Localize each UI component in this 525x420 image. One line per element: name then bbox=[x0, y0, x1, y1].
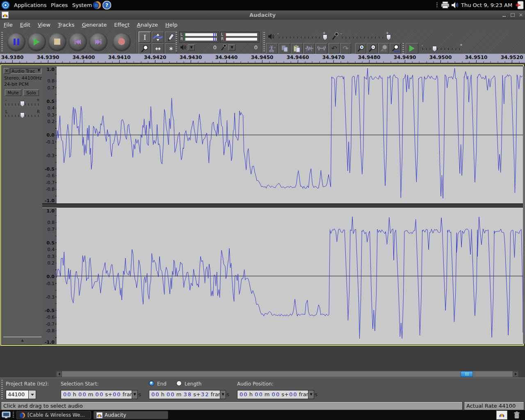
distro-logo-icon[interactable] bbox=[1, 1, 10, 9]
minimize-button[interactable] bbox=[501, 12, 507, 18]
input-device-dropdown[interactable]: ▼ bbox=[228, 44, 235, 50]
pan-slider[interactable]: L R bbox=[5, 110, 41, 120]
output-device-dropdown[interactable]: ▼ bbox=[188, 44, 195, 50]
field-dropdown-icon[interactable]: ▼ bbox=[308, 390, 314, 399]
track-close-button[interactable]: × bbox=[4, 68, 9, 74]
play-button[interactable] bbox=[27, 32, 46, 51]
pan-thumb[interactable] bbox=[20, 112, 25, 118]
vertical-scrollbar[interactable] bbox=[523, 66, 525, 344]
pause-button[interactable] bbox=[7, 32, 25, 51]
copy-button[interactable] bbox=[278, 43, 290, 54]
waveform-ch1[interactable] bbox=[57, 66, 523, 203]
vertical-ruler-ch2[interactable]: 1.00.80.70.50.40.30.20.0-0.1-0.3-0.5-0.6… bbox=[42, 208, 57, 345]
transport-toolbar-grip[interactable] bbox=[1, 32, 3, 52]
menu-view[interactable]: View bbox=[34, 20, 54, 30]
zoom-tool-button[interactable] bbox=[139, 43, 151, 54]
transcription-toolbar-grip[interactable] bbox=[402, 43, 404, 54]
playback-speed-slider[interactable]: - + bbox=[422, 44, 463, 54]
meter-toolbar-grip[interactable] bbox=[176, 32, 177, 52]
skip-to-end-button[interactable] bbox=[89, 32, 107, 51]
stop-button[interactable] bbox=[48, 32, 66, 51]
track-collapse-button[interactable]: ▲ bbox=[3, 337, 41, 344]
panel-grip[interactable] bbox=[436, 2, 438, 8]
input-meter[interactable]: L R bbox=[220, 32, 260, 43]
envelope-tool-button[interactable] bbox=[152, 32, 164, 43]
timeshift-tool-button[interactable]: ↔ bbox=[152, 43, 164, 54]
output-volume-thumb[interactable] bbox=[323, 34, 327, 40]
audio-position-field[interactable]: 00 h 00 m 00 s+00 frames ▼ bbox=[237, 390, 314, 399]
gain-slider[interactable]: - + bbox=[5, 98, 41, 108]
menu-tracks[interactable]: Tracks bbox=[54, 20, 78, 30]
output-meter[interactable]: L R bbox=[179, 32, 219, 43]
logout-icon[interactable] bbox=[515, 1, 524, 9]
scroll-left-arrow[interactable] bbox=[56, 371, 62, 377]
field-dropdown-icon[interactable]: ▼ bbox=[220, 390, 226, 399]
task-firefox[interactable]: [Cable & Wireless We... bbox=[16, 411, 91, 419]
zoom-to-selection-button[interactable] bbox=[390, 43, 401, 54]
titlebar[interactable]: Audacity ✕ bbox=[0, 11, 525, 20]
silence-button[interactable] bbox=[315, 43, 327, 54]
timeline-ruler[interactable]: 34.938034.939034.940034.941034.942034.94… bbox=[0, 54, 525, 63]
output-volume-slider[interactable]: - + bbox=[277, 31, 330, 42]
input-volume-slider[interactable]: - + bbox=[340, 31, 393, 42]
input-meter-left-label: L bbox=[221, 32, 223, 37]
selection-end-field[interactable]: 00 h 00 m 38 s+32 frames ▼ bbox=[149, 390, 226, 399]
menu-help[interactable]: Help bbox=[162, 20, 181, 30]
menu-applications[interactable]: Applications bbox=[11, 0, 49, 10]
cut-button[interactable] bbox=[266, 43, 278, 54]
task-audacity[interactable]: Audacity bbox=[94, 411, 168, 419]
separator bbox=[135, 31, 136, 53]
menu-places[interactable]: Places bbox=[48, 0, 70, 10]
scroll-right-arrow[interactable] bbox=[513, 371, 518, 377]
vertical-ruler-ch1[interactable]: 1.00.80.70.50.40.30.20.0-0.1-0.3-0.5-0.6… bbox=[42, 66, 57, 203]
selection-toolbar-grip[interactable] bbox=[1, 380, 3, 399]
menu-file[interactable]: File bbox=[0, 20, 16, 30]
printer-icon[interactable] bbox=[441, 1, 450, 9]
help-icon[interactable]: ? bbox=[103, 1, 111, 9]
skip-end-icon bbox=[95, 39, 101, 44]
menu-edit[interactable]: Edit bbox=[16, 20, 34, 30]
paste-button[interactable] bbox=[291, 43, 303, 54]
project-rate-combo[interactable]: 44100 bbox=[6, 390, 36, 399]
menu-analyze[interactable]: Analyze bbox=[133, 20, 162, 30]
selection-start-label: Selection Start: bbox=[61, 381, 98, 387]
undo-button[interactable]: ↶ bbox=[329, 43, 340, 54]
zoom-out-button[interactable] bbox=[367, 43, 378, 54]
input-mic-icon bbox=[221, 44, 227, 51]
track-area: × Audio Trac ▼ Stereo, 44100Hz 24-bit PC… bbox=[0, 63, 525, 371]
menu-effect[interactable]: Effect bbox=[110, 20, 133, 30]
show-desktop-button[interactable] bbox=[2, 411, 11, 419]
taskbar-grip[interactable] bbox=[13, 412, 14, 418]
trim-button[interactable] bbox=[303, 43, 315, 54]
trash-icon[interactable] bbox=[513, 411, 521, 419]
tray-audacity-icon[interactable] bbox=[496, 411, 507, 420]
input-volume-thumb[interactable] bbox=[386, 34, 391, 40]
firefox-launcher-icon[interactable] bbox=[93, 1, 101, 9]
length-radio[interactable] bbox=[176, 381, 182, 386]
clock[interactable]: Thu Oct 9, 9:23 AM bbox=[459, 0, 515, 10]
selection-tool-button[interactable]: I bbox=[139, 32, 151, 43]
redo-button[interactable]: ↷ bbox=[340, 43, 351, 54]
volume-icon[interactable] bbox=[451, 2, 459, 9]
selection-start-field[interactable]: 00 h 00 m 00 s+00 frames ▼ bbox=[61, 390, 138, 399]
playback-speed-thumb[interactable] bbox=[432, 46, 437, 52]
mixer-toolbar-grip[interactable] bbox=[263, 32, 265, 52]
fit-project-button[interactable] bbox=[378, 43, 389, 54]
gain-thumb[interactable] bbox=[20, 101, 25, 107]
field-dropdown-icon[interactable]: ▼ bbox=[132, 390, 137, 399]
solo-button[interactable]: Solo bbox=[23, 89, 39, 96]
scrollbar-thumb[interactable] bbox=[461, 371, 473, 377]
close-button[interactable]: ✕ bbox=[518, 12, 524, 18]
zoom-in-button[interactable] bbox=[355, 43, 366, 54]
record-button[interactable] bbox=[112, 32, 131, 51]
waveform-ch2[interactable] bbox=[57, 208, 523, 345]
end-radio[interactable] bbox=[149, 381, 154, 386]
scrollbar-trough[interactable] bbox=[56, 371, 519, 377]
mute-button[interactable]: Mute bbox=[5, 89, 21, 96]
maximize-button[interactable] bbox=[509, 12, 516, 18]
menu-system[interactable]: System bbox=[70, 0, 94, 10]
menu-generate[interactable]: Generate bbox=[78, 20, 111, 30]
track-name-dropdown[interactable]: Audio Trac ▼ bbox=[10, 68, 41, 74]
skip-to-start-button[interactable] bbox=[68, 32, 87, 51]
play-at-speed-button[interactable] bbox=[406, 43, 418, 54]
